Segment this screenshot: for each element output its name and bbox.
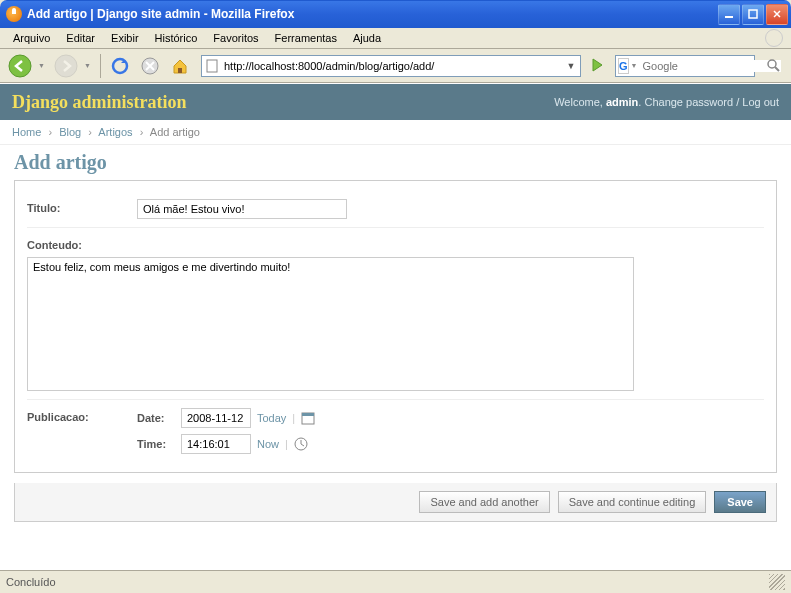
status-bar: Concluído [0,570,791,592]
back-button[interactable] [6,52,34,80]
reload-button[interactable] [107,53,133,79]
now-link[interactable]: Now [257,438,279,450]
minimize-button[interactable] [718,4,740,25]
titulo-label: Titulo: [27,199,137,214]
search-input[interactable] [640,60,781,72]
calendar-icon[interactable] [301,411,315,425]
row-publicacao: Publicacao: Date: Today | Time: Now | [27,400,764,462]
close-button[interactable] [766,4,788,25]
breadcrumb-app[interactable]: Blog [59,126,81,138]
svg-rect-15 [302,413,314,416]
menu-editar[interactable]: Editar [59,30,102,46]
row-conteudo: Conteudo: Estou feliz, com meus amigos e… [27,228,764,400]
today-link[interactable]: Today [257,412,286,424]
search-bar[interactable]: G ▼ [615,55,755,77]
conteudo-textarea[interactable]: Estou feliz, com meus amigos e me divert… [27,257,634,391]
clock-icon[interactable] [294,437,308,451]
search-go-button[interactable] [763,55,785,77]
back-dropdown[interactable]: ▼ [38,62,48,69]
status-text: Concluído [6,576,56,588]
svg-rect-10 [178,68,182,73]
svg-rect-1 [749,10,757,18]
content-area: Django administration Welcome, admin. Ch… [0,83,791,570]
titulo-input[interactable] [137,199,347,219]
menu-ferramentas[interactable]: Ferramentas [268,30,344,46]
menu-arquivo[interactable]: Arquivo [6,30,57,46]
username: admin [606,96,638,108]
forward-dropdown: ▼ [84,62,94,69]
breadcrumbs: Home › Blog › Artigos › Add artigo [0,120,791,145]
breadcrumb-model[interactable]: Artigos [98,126,132,138]
stop-button[interactable] [137,53,163,79]
form-fieldset: Titulo: Conteudo: Estou feliz, com meus … [14,180,777,473]
activity-icon [765,29,783,47]
change-password-link[interactable]: Change password [644,96,733,108]
django-header: Django administration Welcome, admin. Ch… [0,84,791,120]
url-bar[interactable]: ▼ [201,55,581,77]
django-site-title: Django administration [12,92,187,113]
separator [100,54,101,78]
publicacao-label: Publicacao: [27,408,137,423]
svg-point-12 [768,60,776,68]
time-sublabel: Time: [137,438,175,450]
forward-button [52,52,80,80]
menu-historico[interactable]: Histórico [148,30,205,46]
url-dropdown[interactable]: ▼ [564,61,578,71]
go-button[interactable] [589,57,607,75]
save-continue-button[interactable]: Save and continue editing [558,491,707,513]
menu-ajuda[interactable]: Ajuda [346,30,388,46]
welcome-text: Welcome, [554,96,606,108]
window-titlebar: Add artigo | Django site admin - Mozilla… [0,0,791,28]
navigation-toolbar: ▼ ▼ ▼ G ▼ [0,49,791,83]
logout-link[interactable]: Log out [742,96,779,108]
row-titulo: Titulo: [27,191,764,228]
svg-rect-11 [207,60,217,72]
maximize-button[interactable] [742,4,764,25]
submit-row: Save and add another Save and continue e… [14,483,777,522]
time-input[interactable] [181,434,251,454]
save-button[interactable]: Save [714,491,766,513]
conteudo-label: Conteudo: [27,236,137,251]
menu-favoritos[interactable]: Favoritos [206,30,265,46]
date-sublabel: Date: [137,412,175,424]
date-input[interactable] [181,408,251,428]
search-engine-dropdown[interactable]: ▼ [629,62,640,69]
firefox-icon [6,6,22,22]
svg-rect-0 [725,16,733,18]
resize-grip[interactable] [769,574,785,590]
page-icon [204,58,220,74]
save-add-another-button[interactable]: Save and add another [419,491,549,513]
menu-exibir[interactable]: Exibir [104,30,146,46]
home-button[interactable] [167,53,193,79]
svg-point-4 [9,55,31,77]
breadcrumb-current: Add artigo [150,126,200,138]
url-input[interactable] [224,60,564,72]
breadcrumb-home[interactable]: Home [12,126,41,138]
search-engine-icon[interactable]: G [618,58,629,74]
page-title: Add artigo [14,151,777,174]
svg-point-5 [55,55,77,77]
menu-bar: Arquivo Editar Exibir Histórico Favorito… [0,28,791,49]
window-title: Add artigo | Django site admin - Mozilla… [27,7,718,21]
user-tools: Welcome, admin. Change password / Log ou… [554,96,779,108]
svg-line-13 [775,67,779,71]
